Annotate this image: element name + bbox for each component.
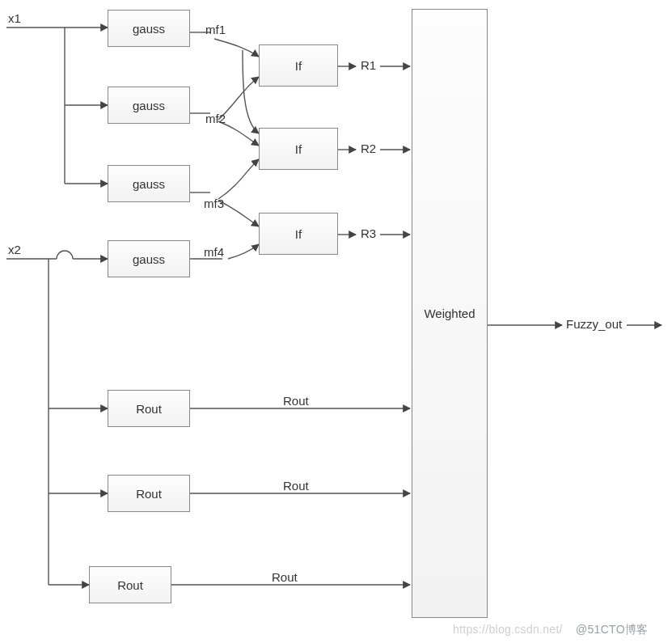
if-block-2: If bbox=[259, 128, 338, 170]
gauss-block-1: gauss bbox=[108, 10, 190, 47]
watermark-right: @51CTO博客 bbox=[576, 623, 648, 637]
mf4-label: mf4 bbox=[204, 245, 224, 259]
watermark-left: https://blog.csdn.net/ bbox=[453, 623, 563, 636]
if1-label: If bbox=[295, 59, 302, 73]
if3-label: If bbox=[295, 227, 302, 241]
rout3-label: Rout bbox=[117, 578, 143, 592]
rout-wire-label-3: Rout bbox=[272, 570, 298, 584]
rout-block-3: Rout bbox=[89, 566, 171, 603]
gauss4-label: gauss bbox=[133, 252, 165, 266]
output-label: Fuzzy_out bbox=[566, 317, 622, 331]
if-block-1: If bbox=[259, 44, 338, 87]
weighted-label: Weighted bbox=[424, 307, 475, 320]
gauss1-label: gauss bbox=[133, 22, 165, 36]
gauss-block-2: gauss bbox=[108, 87, 190, 124]
gauss2-label: gauss bbox=[133, 99, 165, 112]
rout-wire-label-2: Rout bbox=[283, 479, 309, 493]
gauss-block-4: gauss bbox=[108, 240, 190, 277]
gauss3-label: gauss bbox=[133, 177, 165, 191]
r2-label: R2 bbox=[361, 142, 376, 155]
diagram-canvas: gauss gauss gauss gauss If If If Rout Ro… bbox=[0, 0, 672, 643]
rout-wire-label-1: Rout bbox=[283, 394, 309, 408]
input-x1-label: x1 bbox=[8, 11, 21, 25]
mf2-label: mf2 bbox=[205, 112, 226, 125]
weighted-block: Weighted bbox=[412, 9, 488, 618]
if2-label: If bbox=[295, 142, 302, 156]
r1-label: R1 bbox=[361, 58, 376, 72]
rout-block-2: Rout bbox=[108, 475, 190, 512]
rout-block-1: Rout bbox=[108, 390, 190, 427]
gauss-block-3: gauss bbox=[108, 165, 190, 202]
input-x2-label: x2 bbox=[8, 243, 21, 256]
mf3-label: mf3 bbox=[204, 197, 224, 210]
rout2-label: Rout bbox=[136, 487, 162, 501]
rout1-label: Rout bbox=[136, 402, 162, 416]
mf1-label: mf1 bbox=[205, 23, 226, 36]
r3-label: R3 bbox=[361, 226, 376, 240]
if-block-3: If bbox=[259, 213, 338, 255]
